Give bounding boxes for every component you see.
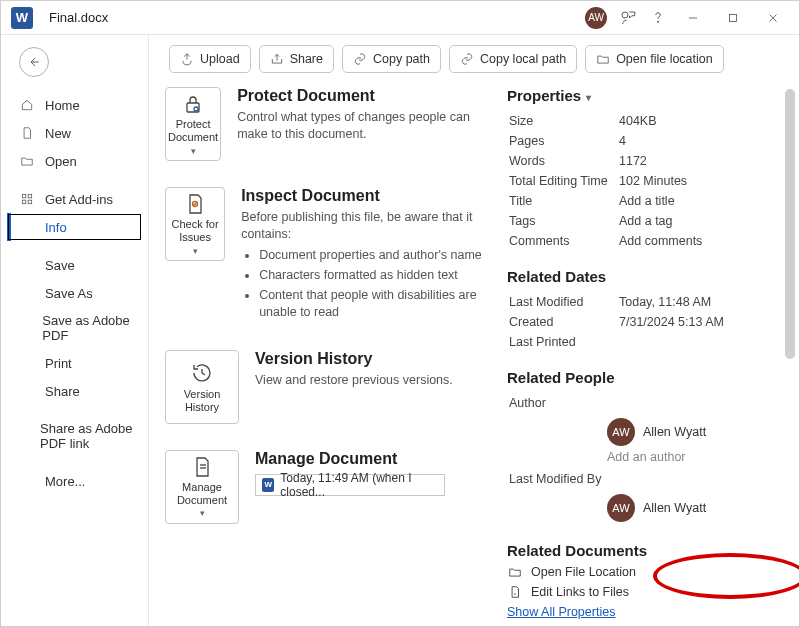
prop-pages-key: Pages — [509, 132, 617, 150]
open-folder-icon — [19, 154, 35, 168]
author-entry[interactable]: AW Allen Wyatt — [607, 418, 783, 446]
edit-links-to-files-link[interactable]: Edit Links to Files — [507, 585, 783, 599]
backstage-nav: Home New Open Get Add-ins Info Save Save… — [1, 35, 149, 627]
prop-words-value: 1172 — [619, 152, 781, 170]
show-all-properties-label: Show All Properties — [507, 605, 615, 619]
chevron-down-icon: ▾ — [191, 146, 196, 156]
svg-point-0 — [622, 12, 628, 18]
nav-save-adobe-label: Save as Adobe PDF — [42, 313, 140, 343]
manage-document-button[interactable]: Manage Document ▾ — [165, 450, 239, 524]
word-doc-icon: W — [262, 478, 274, 492]
home-icon — [19, 98, 35, 112]
nav-share[interactable]: Share — [1, 377, 148, 405]
nav-info[interactable]: Info — [7, 213, 142, 241]
nav-print-label: Print — [45, 356, 72, 371]
user-avatar[interactable]: AW — [585, 7, 607, 29]
prop-comments-value[interactable]: Add comments — [619, 232, 781, 250]
nav-more[interactable]: More... — [1, 467, 148, 495]
protect-document-button[interactable]: Protect Document ▾ — [165, 87, 221, 161]
lock-icon — [181, 92, 205, 116]
svg-point-1 — [657, 21, 658, 22]
nav-open-label: Open — [45, 154, 77, 169]
copy-local-path-label: Copy local path — [480, 52, 566, 66]
nav-addins-label: Get Add-ins — [45, 192, 113, 207]
chevron-down-icon: ▾ — [200, 508, 205, 518]
nav-open[interactable]: Open — [1, 147, 148, 175]
prop-tet-value: 102 Minutes — [619, 172, 781, 190]
maximize-button[interactable] — [713, 1, 753, 35]
nav-new[interactable]: New — [1, 119, 148, 147]
chevron-down-icon: ▾ — [193, 246, 198, 256]
share-button[interactable]: Share — [259, 45, 334, 73]
copy-path-label: Copy path — [373, 52, 430, 66]
link-doc-icon — [507, 585, 523, 599]
prop-title-key: Title — [509, 192, 617, 210]
nav-addins[interactable]: Get Add-ins — [1, 185, 148, 213]
close-button[interactable] — [753, 1, 793, 35]
prop-tags-value[interactable]: Add a tag — [619, 212, 781, 230]
nav-saveas[interactable]: Save As — [1, 279, 148, 307]
version-history-btn-label: Version History — [168, 388, 236, 413]
inspect-item-2: Characters formatted as hidden text — [259, 267, 495, 283]
related-dates-table: Last ModifiedToday, 11:48 AM Created7/31… — [507, 291, 783, 353]
version-history-title: Version History — [255, 350, 453, 368]
open-file-location-link[interactable]: Open File Location — [507, 565, 783, 579]
addins-icon — [19, 192, 35, 206]
protect-document-title: Protect Document — [237, 87, 495, 105]
related-documents-header: Related Documents — [507, 542, 783, 559]
inspect-item-3: Content that people with disabilities ar… — [259, 287, 495, 320]
new-doc-icon — [19, 126, 35, 140]
titlebar: W Final.docx AW — [1, 1, 799, 35]
nav-save[interactable]: Save — [1, 251, 148, 279]
prop-title-value[interactable]: Add a title — [619, 192, 781, 210]
date-created-value: 7/31/2024 5:13 AM — [619, 313, 781, 331]
manage-document-title: Manage Document — [255, 450, 445, 468]
nav-home-label: Home — [45, 98, 80, 113]
nav-home[interactable]: Home — [1, 91, 148, 119]
properties-header[interactable]: Properties ▾ — [507, 87, 783, 104]
vertical-scrollbar[interactable] — [783, 79, 797, 622]
prop-size-value: 404KB — [619, 112, 781, 130]
version-history-button[interactable]: Version History — [165, 350, 239, 424]
upload-button[interactable]: Upload — [169, 45, 251, 73]
author-key: Author — [509, 394, 617, 412]
author-avatar: AW — [607, 418, 635, 446]
word-app-icon: W — [11, 7, 33, 29]
chevron-down-icon: ▾ — [583, 92, 591, 103]
autosave-version-entry[interactable]: W Today, 11:49 AM (when I closed... — [255, 474, 445, 496]
svg-rect-10 — [28, 200, 32, 204]
nav-saveas-label: Save As — [45, 286, 93, 301]
copy-path-button[interactable]: Copy path — [342, 45, 441, 73]
help-icon[interactable] — [645, 9, 671, 27]
open-file-location-link-label: Open File Location — [531, 565, 636, 579]
nav-info-label: Info — [45, 220, 67, 235]
inspect-document-lead: Before publishing this file, be aware th… — [241, 209, 495, 243]
open-file-location-button[interactable]: Open file location — [585, 45, 724, 73]
share-label: Share — [290, 52, 323, 66]
nav-print[interactable]: Print — [1, 349, 148, 377]
inspect-icon — [183, 192, 207, 216]
date-printed-key: Last Printed — [509, 333, 617, 351]
check-for-issues-btn-label: Check for Issues — [168, 218, 222, 243]
show-all-properties-link[interactable]: Show All Properties — [507, 605, 783, 619]
copy-local-path-button[interactable]: Copy local path — [449, 45, 577, 73]
manage-doc-icon — [190, 455, 214, 479]
lastmodby-name: Allen Wyatt — [643, 501, 706, 515]
manage-document-btn-label: Manage Document — [168, 481, 236, 506]
related-dates-header: Related Dates — [507, 268, 783, 285]
nav-new-label: New — [45, 126, 71, 141]
lastmodby-entry[interactable]: AW Allen Wyatt — [607, 494, 783, 522]
inspect-document-title: Inspect Document — [241, 187, 495, 205]
add-author-link[interactable]: Add an author — [607, 450, 783, 464]
nav-share-adobe[interactable]: Share as Adobe PDF link — [1, 415, 148, 457]
minimize-button[interactable] — [673, 1, 713, 35]
svg-rect-7 — [22, 194, 26, 198]
check-for-issues-button[interactable]: Check for Issues ▾ — [165, 187, 225, 261]
date-mod-key: Last Modified — [509, 293, 617, 311]
feedback-icon[interactable] — [615, 9, 641, 27]
properties-table: Size404KB Pages4 Words1172 Total Editing… — [507, 110, 783, 252]
document-filename: Final.docx — [49, 10, 108, 25]
nav-save-adobe[interactable]: Save as Adobe PDF — [1, 307, 148, 349]
open-file-location-label: Open file location — [616, 52, 713, 66]
back-button[interactable] — [19, 47, 49, 77]
